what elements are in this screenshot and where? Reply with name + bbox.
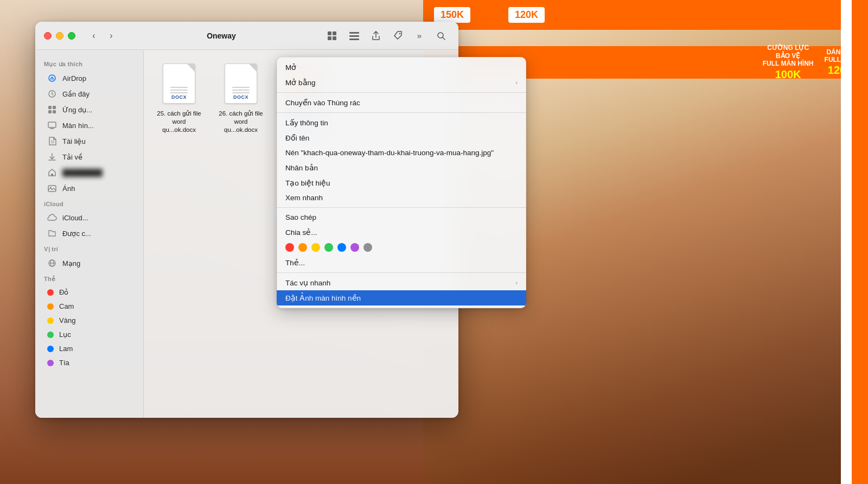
ctx-tags[interactable]: Thẻ... <box>277 255 526 270</box>
color-dot-purple[interactable] <box>350 243 359 252</box>
sidebar-item-documents[interactable]: Tài liệu <box>39 133 140 149</box>
file-item-2[interactable]: DOCX 26. cách gửi file word qu...ok.docx <box>216 61 265 134</box>
sidebar-item-airdrop[interactable]: AirDrop <box>39 71 140 86</box>
ctx-open[interactable]: Mở <box>277 60 526 75</box>
sidebar-icloud-label: iCloud <box>35 196 143 209</box>
ctx-tags-label: Thẻ... <box>285 258 305 267</box>
sidebar-tag-green[interactable]: Lục <box>39 328 140 341</box>
file-icon-2: DOCX <box>221 61 260 106</box>
color-dot-yellow[interactable] <box>311 243 320 252</box>
tag-purple-dot <box>47 360 54 366</box>
maximize-button[interactable] <box>68 32 75 40</box>
sidebar-item-apps[interactable]: Ứng dụ... <box>39 102 140 117</box>
desktop-icon <box>47 120 57 130</box>
close-button[interactable] <box>44 32 52 40</box>
ctx-alias[interactable]: Tạo biệt hiệu <box>277 175 526 190</box>
sidebar-item-network[interactable]: Mạng <box>39 256 140 271</box>
icloud-icon <box>47 213 57 222</box>
ctx-rename[interactable]: Đổi tên <box>277 130 526 145</box>
sidebar-tag-purple-label: Tía <box>59 359 69 367</box>
docx-corner-1 <box>187 64 195 72</box>
share-button[interactable] <box>367 28 385 43</box>
ctx-open-with-arrow: › <box>515 79 518 86</box>
sidebar-icloud-drive-label: iCloud... <box>62 214 88 222</box>
minimize-button[interactable] <box>56 32 63 40</box>
recent-icon <box>47 89 57 99</box>
search-button[interactable] <box>432 28 450 43</box>
sidebar-documents-label: Tài liệu <box>62 137 86 145</box>
ctx-copy-label: Sao chép <box>285 213 316 221</box>
back-button[interactable]: ‹ <box>86 28 101 43</box>
sidebar-tag-purple[interactable]: Tía <box>39 356 140 370</box>
sidebar-tag-yellow-label: Vàng <box>59 316 75 324</box>
ctx-color-dots <box>277 240 526 255</box>
sidebar-tag-blue[interactable]: Lam <box>39 342 140 355</box>
ctx-open-with-label: Mở bằng <box>285 78 316 87</box>
ctx-sep-2 <box>277 112 526 113</box>
ctx-copy[interactable]: Sao chép <box>277 210 526 225</box>
sidebar-tag-red[interactable]: Đỏ <box>39 285 140 299</box>
ctx-compress[interactable]: Nén "khach-qua-oneway-tham-du-khai-truon… <box>277 145 526 160</box>
ctx-duplicate[interactable]: Nhân bản <box>277 160 526 175</box>
docx-badge-1: DOCX <box>171 94 187 100</box>
ctx-share[interactable]: Chia sẻ... <box>277 225 526 240</box>
apps-icon <box>47 105 57 114</box>
ctx-sep-1 <box>277 92 526 93</box>
tag-button[interactable] <box>389 28 406 43</box>
color-dot-blue[interactable] <box>337 243 346 252</box>
svg-rect-16 <box>48 122 56 128</box>
svg-rect-0 <box>328 31 331 35</box>
sidebar-item-home[interactable]: ████████ <box>39 165 140 180</box>
file-item-1[interactable]: DOCX 25. cách gửi file word qu...ok.docx <box>155 61 203 134</box>
sidebar-item-icloud-drive[interactable]: iCloud... <box>39 210 140 225</box>
sidebar-photos-label: Ảnh <box>62 184 75 193</box>
view-icons-button[interactable] <box>324 28 341 43</box>
sidebar-home-label: ████████ <box>62 169 103 177</box>
ctx-compress-label: Nén "khach-qua-oneway-tham-du-khai-truon… <box>285 149 494 157</box>
sidebar-location-label: Vị trí <box>35 241 143 255</box>
traffic-lights <box>44 32 75 40</box>
sidebar-item-desktop[interactable]: Màn hìn... <box>39 118 140 133</box>
sidebar-tag-yellow[interactable]: Vàng <box>39 314 140 327</box>
color-dot-gray[interactable] <box>363 243 372 252</box>
color-dot-red[interactable] <box>285 243 294 252</box>
color-dot-green[interactable] <box>324 243 333 252</box>
ctx-get-info[interactable]: Lấy thông tin <box>277 115 526 130</box>
context-menu: Mở Mở bằng › Chuyển vào Thùng rác Lấy th… <box>277 57 526 308</box>
toolbar-right: » <box>324 28 450 43</box>
ctx-sep-3 <box>277 207 526 208</box>
sidebar-recent-label: Gần đây <box>62 90 90 98</box>
photos-icon <box>47 183 57 193</box>
sidebar-item-downloads[interactable]: Tải về <box>39 149 140 164</box>
ctx-open-label: Mở <box>285 63 296 72</box>
color-dot-orange[interactable] <box>298 243 307 252</box>
svg-rect-1 <box>333 31 336 35</box>
ctx-sep-4 <box>277 272 526 273</box>
more-button[interactable]: » <box>411 28 428 43</box>
view-list-button[interactable] <box>346 28 363 43</box>
ctx-set-wallpaper[interactable]: Đặt Ảnh màn hình nền <box>277 290 526 305</box>
sidebar-item-icloud-shared[interactable]: Được c... <box>39 226 140 241</box>
ctx-quicklook-label: Xem nhanh <box>285 194 323 202</box>
icloud-shared-icon <box>47 228 57 238</box>
sidebar-item-recent[interactable]: Gần đây <box>39 86 140 101</box>
svg-rect-13 <box>53 106 56 109</box>
svg-rect-4 <box>349 32 359 34</box>
forward-button[interactable]: › <box>104 28 119 43</box>
ctx-move-trash[interactable]: Chuyển vào Thùng rác <box>277 95 526 110</box>
tag-green-dot <box>47 332 54 338</box>
svg-rect-3 <box>333 36 336 40</box>
ctx-quick-actions-label: Tác vụ nhanh <box>285 278 330 287</box>
banner-price-1: 150K <box>434 7 470 23</box>
sidebar-item-photos[interactable]: Ảnh <box>39 181 140 196</box>
ctx-quick-actions[interactable]: Tác vụ nhanh › <box>277 275 526 290</box>
finder-sidebar: Mục ưa thích AirDrop <box>35 50 144 418</box>
sidebar-tag-orange-label: Cam <box>59 302 74 310</box>
sidebar-tag-orange[interactable]: Cam <box>39 300 140 313</box>
svg-rect-2 <box>328 36 331 40</box>
ctx-open-with[interactable]: Mở bằng › <box>277 75 526 90</box>
sidebar-airdrop-label: AirDrop <box>62 74 86 82</box>
ctx-set-wallpaper-label: Đặt Ảnh màn hình nền <box>285 294 361 302</box>
ctx-quicklook[interactable]: Xem nhanh <box>277 190 526 205</box>
ctx-rename-label: Đổi tên <box>285 133 309 142</box>
